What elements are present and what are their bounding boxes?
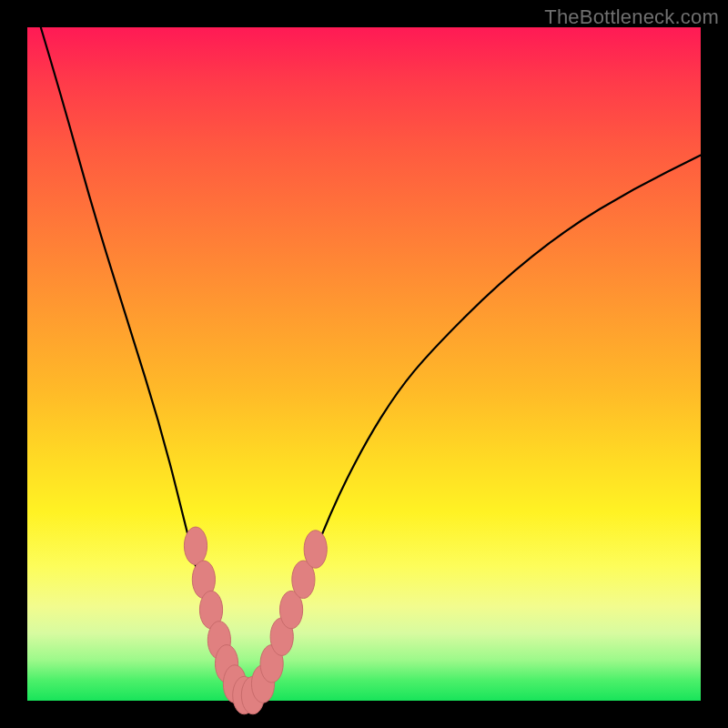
curve-layer bbox=[27, 27, 701, 701]
curve-markers bbox=[184, 527, 327, 714]
bottleneck-curve bbox=[41, 27, 701, 695]
curve-marker bbox=[184, 527, 207, 564]
chart-frame: TheBottleneck.com bbox=[0, 0, 728, 728]
watermark-label: TheBottleneck.com bbox=[544, 5, 719, 29]
plot-area bbox=[27, 27, 701, 701]
curve-marker bbox=[304, 531, 327, 568]
